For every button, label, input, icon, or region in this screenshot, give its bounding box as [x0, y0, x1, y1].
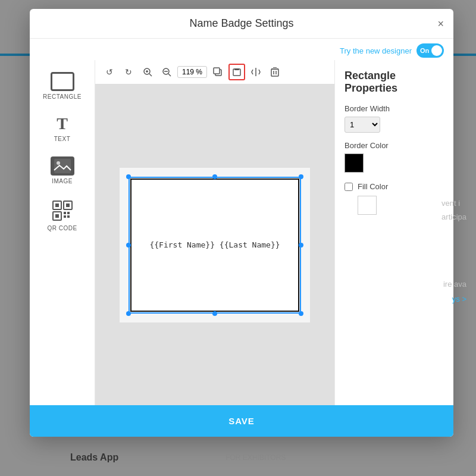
svg-rect-11 [67, 215, 70, 218]
svg-point-1 [57, 161, 60, 165]
designer-link[interactable]: Try the new designer [340, 46, 412, 55]
badge-canvas: {{First Name}} {{Last Name}} [120, 168, 310, 322]
toolbar-item-text[interactable]: T TEXT [30, 107, 95, 149]
text-icon: T [51, 114, 74, 133]
panel-title: Rectangle Properties [345, 70, 444, 95]
designer-toggle[interactable]: On [416, 43, 444, 58]
canvas-content[interactable]: {{First Name}} {{Last Name}} [95, 84, 334, 405]
badge-content: {{First Name}} {{Last Name}} [149, 240, 280, 249]
bg-right-text: vent i articipa [441, 196, 466, 224]
leads-title: Leads App [70, 452, 118, 463]
fill-color-row: Fill Color [345, 182, 444, 191]
svg-rect-3 [55, 203, 59, 207]
rectangle-label: RECTANGLE [43, 93, 82, 100]
svg-rect-7 [55, 214, 59, 218]
zoom-input[interactable] [177, 66, 207, 78]
fill-color-checkbox[interactable] [345, 183, 353, 191]
leads-tag: FOR EXHIBITORS [226, 453, 286, 462]
border-color-label: Border Color [345, 141, 444, 150]
svg-line-18 [168, 74, 171, 76]
redo-button[interactable]: ↻ [120, 64, 137, 80]
save-button[interactable]: SAVE [30, 405, 453, 437]
handle-bc[interactable] [212, 311, 217, 316]
svg-rect-9 [67, 212, 70, 214]
undo-button[interactable]: ↺ [101, 64, 118, 80]
bg-bottom-text: ire ava [443, 280, 466, 289]
flip-button[interactable] [248, 64, 264, 80]
properties-panel: Rectangle Properties Border Width 1 2 3 … [334, 60, 453, 405]
handle-tl[interactable] [126, 174, 131, 179]
bg-leads-row: Leads App FOR EXHIBITORS [70, 452, 286, 463]
svg-rect-20 [214, 68, 220, 74]
name-badge-modal: Name Badge Settings × Try the new design… [30, 9, 453, 437]
border-color-swatch[interactable] [345, 154, 364, 173]
handle-tr[interactable] [299, 174, 303, 179]
zoom-out-button[interactable] [158, 64, 175, 80]
handle-mr[interactable] [299, 243, 303, 248]
paste-button[interactable] [228, 64, 245, 80]
modal-header: Name Badge Settings × [30, 9, 453, 39]
toggle-knob [431, 45, 442, 56]
toolbar-item-rectangle[interactable]: RECTANGLE [30, 65, 95, 107]
left-toolbar: RECTANGLE T TEXT IMAGE [30, 60, 95, 405]
toolbar-item-image[interactable]: IMAGE [30, 149, 95, 192]
qrcode-label: QR CODE [47, 225, 77, 231]
canvas-toolbar: ↺ ↻ [95, 60, 334, 84]
handle-br[interactable] [299, 311, 303, 316]
modal-footer: SAVE [30, 405, 453, 437]
handle-bl[interactable] [126, 311, 131, 316]
zoom-in-button[interactable] [139, 64, 156, 80]
rectangle-icon [51, 72, 74, 91]
modal-body: RECTANGLE T TEXT IMAGE [30, 60, 453, 405]
fill-color-label: Fill Color [358, 182, 388, 191]
image-label: IMAGE [52, 178, 73, 184]
toggle-label: On [420, 47, 429, 54]
badge-rectangle[interactable]: {{First Name}} {{Last Name}} [130, 178, 299, 312]
svg-rect-8 [64, 212, 66, 214]
border-width-label: Border Width [345, 104, 444, 113]
close-button[interactable]: × [437, 18, 444, 29]
handle-tc[interactable] [212, 174, 217, 179]
svg-rect-5 [66, 203, 70, 207]
handle-ml[interactable] [126, 243, 131, 248]
svg-rect-24 [271, 69, 278, 76]
toolbar-item-qrcode[interactable]: QR CODE [30, 192, 95, 239]
bg-days-text: ys > [452, 295, 466, 303]
modal-title: Name Badge Settings [189, 17, 293, 30]
text-label: TEXT [54, 136, 71, 142]
fill-color-swatch[interactable] [358, 196, 377, 215]
canvas-area: ↺ ↻ [95, 60, 334, 405]
image-icon [51, 156, 74, 176]
svg-rect-10 [64, 215, 66, 218]
designer-row: Try the new designer On [30, 39, 453, 60]
qrcode-icon [51, 199, 74, 223]
svg-rect-0 [54, 159, 71, 173]
svg-line-15 [149, 74, 152, 76]
border-width-select[interactable]: 1 2 3 [345, 117, 380, 133]
copy-button[interactable] [209, 64, 226, 80]
delete-button[interactable] [267, 64, 283, 80]
